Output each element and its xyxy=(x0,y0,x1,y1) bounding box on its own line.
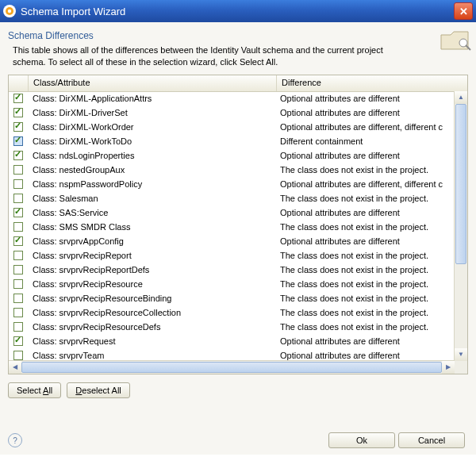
scroll-thumb-vertical[interactable] xyxy=(455,104,466,264)
row-checkbox[interactable] xyxy=(13,336,23,346)
row-checkbox[interactable] xyxy=(13,294,23,303)
table-row[interactable]: Class: srvprvRecipResourceBindingThe cla… xyxy=(9,291,455,305)
table-header: Class/Attribute Difference xyxy=(9,75,467,92)
table-row[interactable]: Class: DirXML-WorkOrderOptional attribut… xyxy=(9,120,455,134)
cell-class-attribute: Class: SAS:Service xyxy=(28,208,275,217)
cell-difference: The class does not exist in the project. xyxy=(275,294,455,303)
row-checkbox[interactable] xyxy=(13,151,23,160)
cell-class-attribute: Class: srvprvAppConfig xyxy=(28,236,275,246)
table-row[interactable]: Class: nspmPasswordPolicyOptional attrib… xyxy=(9,177,455,191)
row-checkbox[interactable] xyxy=(13,194,23,203)
cell-difference: Optional attributes are different, diffe… xyxy=(275,122,455,132)
differences-table: Class/Attribute Difference Class: DirXML… xyxy=(8,75,468,374)
title-bar: Schema Import Wizard ✕ xyxy=(0,0,476,22)
close-button[interactable]: ✕ xyxy=(454,2,473,20)
select-all-button[interactable]: Select All xyxy=(8,382,61,398)
cell-class-attribute: Class: SMS SMDR Class xyxy=(28,222,275,232)
row-checkbox[interactable] xyxy=(13,251,23,260)
table-row[interactable]: Class: srvprvRecipReportDefsThe class do… xyxy=(9,263,455,277)
row-checkbox[interactable] xyxy=(13,236,23,246)
table-row[interactable]: Class: srvprvAppConfigOptional attribute… xyxy=(9,234,455,248)
cell-difference: Optional attributes are different xyxy=(275,351,455,360)
table-body: Class: DirXML-ApplicationAttrsOptional a… xyxy=(9,91,455,361)
cell-difference: Different containment xyxy=(275,136,455,146)
wizard-app-icon xyxy=(3,5,16,17)
cell-difference: The class does not exist in the project. xyxy=(275,165,455,175)
cell-difference: Optional attributes are different xyxy=(275,151,455,160)
cell-class-attribute: Class: srvprvRecipResource xyxy=(28,279,275,289)
table-row[interactable]: Class: srvprvRecipResourceThe class does… xyxy=(9,277,455,291)
cell-class-attribute: Class: srvprvRequest xyxy=(28,336,275,346)
cell-difference: Optional attributes are different xyxy=(275,336,455,346)
cell-class-attribute: Class: nspmPasswordPolicy xyxy=(28,179,275,189)
row-checkbox[interactable] xyxy=(13,208,23,217)
cell-difference: The class does not exist in the project. xyxy=(275,194,455,203)
cell-class-attribute: Class: ndsLoginProperties xyxy=(28,151,275,160)
row-checkbox[interactable] xyxy=(13,265,23,274)
header-difference[interactable]: Difference xyxy=(277,75,467,91)
cell-class-attribute: Class: srvprvRecipReport xyxy=(28,251,275,260)
row-checkbox[interactable] xyxy=(13,351,23,360)
scroll-left-icon[interactable]: ◀ xyxy=(9,361,21,374)
scroll-right-icon[interactable]: ▶ xyxy=(442,361,455,374)
table-row[interactable]: Class: DirXML-DriverSetOptional attribut… xyxy=(9,106,455,120)
row-checkbox[interactable] xyxy=(13,108,23,117)
vertical-scrollbar[interactable]: ▲ ▼ xyxy=(454,91,467,361)
cell-class-attribute: Class: nestedGroupAux xyxy=(28,165,275,175)
cell-difference: Optional attributes are different, diffe… xyxy=(275,179,455,189)
table-row[interactable]: Class: srvprvRecipReportThe class does n… xyxy=(9,248,455,263)
cell-difference: The class does not exist in the project. xyxy=(275,222,455,232)
scroll-down-icon[interactable]: ▼ xyxy=(455,348,467,361)
cell-difference: Optional attributes are different xyxy=(275,236,455,246)
help-icon[interactable]: ? xyxy=(8,433,22,447)
scroll-corner xyxy=(455,361,467,374)
table-row[interactable]: Class: SMS SMDR ClassThe class does not … xyxy=(9,220,455,234)
table-row[interactable]: Class: SalesmanThe class does not exist … xyxy=(9,191,455,205)
deselect-all-button[interactable]: Deselect All xyxy=(67,382,129,398)
cell-class-attribute: Class: srvprvTeam xyxy=(28,351,275,360)
row-checkbox[interactable] xyxy=(13,279,23,289)
dialog-footer: ? Ok Cancel xyxy=(8,432,468,448)
cell-class-attribute: Class: srvprvRecipResourceCollection xyxy=(28,308,275,317)
svg-point-1 xyxy=(8,10,11,13)
schema-folder-icon xyxy=(440,27,471,54)
scroll-up-icon[interactable]: ▲ xyxy=(455,91,467,104)
row-checkbox[interactable] xyxy=(13,322,23,332)
cell-difference: Optional attributes are different xyxy=(275,94,455,103)
ok-button[interactable]: Ok xyxy=(328,432,395,448)
table-row[interactable]: Class: srvprvTeamOptional attributes are… xyxy=(9,348,455,361)
cancel-button[interactable]: Cancel xyxy=(398,432,465,448)
section-help-text: This table shows all of the differences … xyxy=(13,44,409,68)
row-checkbox[interactable] xyxy=(13,122,23,132)
table-row[interactable]: Class: nestedGroupAuxThe class does not … xyxy=(9,163,455,177)
cell-difference: The class does not exist in the project. xyxy=(275,322,455,332)
scroll-thumb-horizontal[interactable] xyxy=(21,362,442,373)
table-row[interactable]: Class: srvprvRecipResourceDefsThe class … xyxy=(9,320,455,334)
table-row[interactable]: Class: srvprvRequestOptional attributes … xyxy=(9,334,455,348)
cell-difference: The class does not exist in the project. xyxy=(275,251,455,260)
table-row[interactable]: Class: DirXML-ApplicationAttrsOptional a… xyxy=(9,91,455,106)
table-row[interactable]: Class: SAS:ServiceOptional attributes ar… xyxy=(9,205,455,220)
cell-class-attribute: Class: DirXML-ApplicationAttrs xyxy=(28,94,275,103)
row-checkbox[interactable] xyxy=(13,136,23,146)
row-checkbox[interactable] xyxy=(13,308,23,317)
dialog-content: Schema Differences This table shows all … xyxy=(0,22,476,455)
table-row[interactable]: Class: srvprvRecipResourceCollectionThe … xyxy=(9,305,455,320)
cell-class-attribute: Class: srvprvRecipResourceBinding xyxy=(28,294,275,303)
horizontal-scrollbar[interactable]: ◀ ▶ xyxy=(9,360,455,374)
cell-class-attribute: Class: DirXML-WorkOrder xyxy=(28,122,275,132)
table-row[interactable]: Class: ndsLoginPropertiesOptional attrib… xyxy=(9,148,455,163)
cell-difference: Optional attributes are different xyxy=(275,108,455,117)
cell-difference: The class does not exist in the project. xyxy=(275,265,455,274)
section-title: Schema Differences xyxy=(8,30,468,41)
row-checkbox[interactable] xyxy=(13,94,23,103)
row-checkbox[interactable] xyxy=(13,179,23,189)
row-checkbox[interactable] xyxy=(13,165,23,175)
cell-difference: The class does not exist in the project. xyxy=(275,279,455,289)
cell-class-attribute: Class: srvprvRecipResourceDefs xyxy=(28,322,275,332)
window-title: Schema Import Wizard xyxy=(21,6,454,17)
row-checkbox[interactable] xyxy=(13,222,23,232)
header-class-attribute[interactable]: Class/Attribute xyxy=(29,75,277,91)
table-row[interactable]: Class: DirXML-WorkToDoDifferent containm… xyxy=(9,134,455,148)
cell-class-attribute: Class: DirXML-WorkToDo xyxy=(28,136,275,146)
